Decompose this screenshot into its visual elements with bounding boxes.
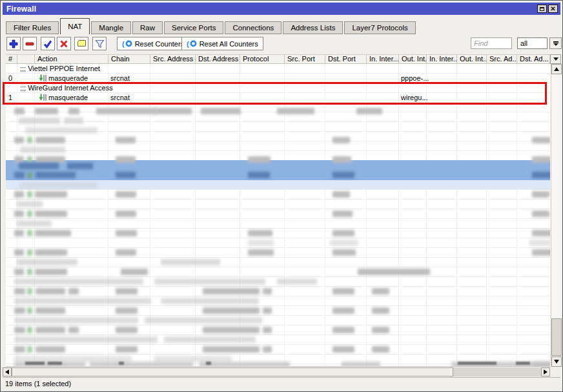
redacted-content-block xyxy=(532,249,550,256)
remove-button[interactable] xyxy=(23,37,37,50)
comment-row[interactable]: ;;; Viettel PPPOE Internet xyxy=(6,64,550,74)
redacted-content-block xyxy=(14,307,25,314)
column-header[interactable]: In. Inter... xyxy=(427,55,457,64)
redacted-content-block xyxy=(532,172,550,178)
scrollbar-corner xyxy=(551,367,561,377)
redacted-content-block xyxy=(333,327,354,333)
redacted-content-block xyxy=(277,108,314,114)
column-header[interactable] xyxy=(17,55,35,64)
maximize-button[interactable] xyxy=(537,5,547,13)
close-button[interactable]: ✕ xyxy=(548,5,558,13)
tab-filter-rules[interactable]: Filter Rules xyxy=(6,21,59,34)
tab-service-ports[interactable]: Service Ports xyxy=(164,21,223,34)
redacted-content-block xyxy=(206,362,211,365)
tab-layer7-protocols[interactable]: Layer7 Protocols xyxy=(344,21,415,34)
vertical-scrollbar[interactable] xyxy=(551,64,561,367)
column-header[interactable]: Dst. Ad... xyxy=(517,55,550,64)
column-header[interactable]: Src. Address xyxy=(150,55,196,64)
redacted-content-block xyxy=(164,336,256,343)
redacted-content-block xyxy=(35,249,67,256)
window-title: Firewall xyxy=(6,5,36,14)
redacted-content-block xyxy=(263,288,272,294)
find-input[interactable] xyxy=(471,37,512,49)
tab-raw[interactable]: Raw xyxy=(132,21,163,34)
redacted-content-block xyxy=(358,269,430,275)
vertical-scrollbar-thumb[interactable] xyxy=(551,318,562,356)
filter-icon xyxy=(95,39,105,48)
redacted-content-block xyxy=(36,307,65,314)
redacted-content-block xyxy=(263,307,272,314)
table-header: #ActionChainSrc. AddressDst. AddressProt… xyxy=(6,54,550,64)
redacted-content-block xyxy=(27,269,32,275)
scroll-down-button[interactable] xyxy=(551,356,562,367)
redacted-content-block xyxy=(119,362,124,365)
column-header[interactable]: Action xyxy=(35,55,108,64)
scroll-right-button[interactable] xyxy=(541,367,550,377)
column-header[interactable]: Protocol xyxy=(240,55,285,64)
column-header[interactable]: Out. Int... xyxy=(457,55,487,64)
redacted-content-block xyxy=(116,230,137,236)
redacted-content-block xyxy=(372,288,389,294)
tab-address-lists[interactable]: Address Lists xyxy=(283,21,343,34)
filter-button[interactable] xyxy=(92,37,107,50)
filter-scope-combo[interactable]: all xyxy=(517,37,548,49)
redacted-content-block xyxy=(36,288,65,294)
redacted-content-block xyxy=(529,240,550,246)
redacted-content-block xyxy=(27,156,32,163)
redacted-content-block xyxy=(14,211,24,217)
add-icon xyxy=(9,39,18,48)
tab-connections[interactable]: Connections xyxy=(225,21,282,34)
scroll-left-button[interactable] xyxy=(3,367,12,377)
horizontal-scrollbar-thumb[interactable] xyxy=(12,367,453,377)
arrow-right-icon xyxy=(544,369,548,375)
redacted-content-block xyxy=(161,259,220,265)
redacted-content-block xyxy=(201,108,241,114)
comment-button[interactable] xyxy=(74,37,88,50)
column-header[interactable]: Dst. Address xyxy=(196,55,240,64)
redacted-content-block xyxy=(248,240,274,246)
column-header[interactable]: Src. Port xyxy=(285,55,325,64)
column-header[interactable]: Src. Ad... xyxy=(487,55,517,64)
redacted-content-block xyxy=(14,327,25,333)
column-header[interactable]: Chain xyxy=(108,55,150,64)
redacted-content-block xyxy=(161,298,259,304)
redacted-content-block xyxy=(14,172,25,178)
dropdown-icon xyxy=(553,43,558,46)
column-header[interactable]: Out. Int... xyxy=(399,55,427,64)
reset-counters-button[interactable]: ( Reset Counters xyxy=(117,37,189,50)
disable-button[interactable] xyxy=(57,37,71,50)
redacted-content-block xyxy=(48,362,62,365)
table-body[interactable]: ;;; Viettel PPPOE Internet0masqueradesrc… xyxy=(6,64,550,367)
redacted-content-block xyxy=(333,172,354,178)
add-button[interactable] xyxy=(6,37,21,50)
redacted-content-block xyxy=(372,346,389,353)
redacted-content-block xyxy=(14,346,25,353)
column-header[interactable]: Dst. Port xyxy=(325,55,367,64)
redacted-content-block xyxy=(36,346,65,353)
toolbar: ( Reset Counters ( Reset All Counters al… xyxy=(3,36,560,52)
title-bar[interactable]: Firewall ✕ xyxy=(3,3,560,15)
tab-mangle[interactable]: Mangle xyxy=(91,21,131,34)
redacted-content-block xyxy=(203,307,260,314)
redacted-content-block xyxy=(64,118,83,124)
remove-icon xyxy=(25,39,34,48)
reset-all-counters-button[interactable]: ( Reset All Counters xyxy=(181,37,263,50)
redacted-content-block xyxy=(277,278,317,285)
tab-nat[interactable]: NAT xyxy=(60,18,90,34)
enable-button[interactable] xyxy=(41,37,55,50)
redacted-content-block xyxy=(27,307,32,314)
redacted-content-block xyxy=(20,182,97,189)
column-select-button[interactable] xyxy=(550,54,561,64)
horizontal-scrollbar[interactable] xyxy=(3,367,550,377)
column-header[interactable]: # xyxy=(6,55,17,64)
redacted-content-block xyxy=(263,327,272,333)
dropdown-button[interactable] xyxy=(549,37,562,49)
redacted-content-block xyxy=(36,327,65,333)
redacted-content-block xyxy=(532,230,550,236)
dropdown-icon xyxy=(553,41,558,43)
redacted-content-block xyxy=(90,362,193,367)
redacted-content-block xyxy=(116,172,136,178)
redacted-content-block xyxy=(14,269,24,275)
column-header[interactable]: In. Inter... xyxy=(367,55,399,64)
scroll-up-button[interactable] xyxy=(551,64,562,74)
